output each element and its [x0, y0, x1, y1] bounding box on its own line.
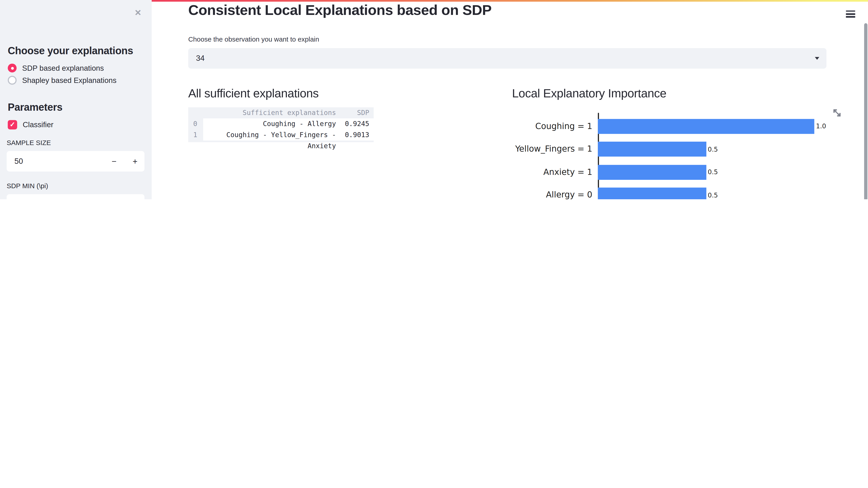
chevron-down-icon[interactable] [815, 57, 819, 60]
sdp-min-value[interactable]: 0,90 [14, 194, 30, 199]
sample-size-decrement-button[interactable]: − [107, 151, 121, 172]
sample-size-increment-button[interactable]: + [128, 151, 143, 172]
menu-icon[interactable] [846, 11, 855, 19]
index-header [188, 107, 203, 119]
sufficient-explanations-title: All sufficient explanations [188, 87, 319, 101]
table-row: 1Coughing - Yellow_Fingers - Anxiety0.90… [188, 129, 374, 140]
scrollbar[interactable] [864, 23, 867, 199]
chart-bar-row: 0.5 [598, 165, 718, 180]
chart-category-label: Yellow_Fingers = 1 [487, 142, 592, 157]
table-cell: Coughing - Allergy [203, 119, 340, 129]
observation-selectbox[interactable]: 34 [188, 48, 827, 69]
sample-size-input[interactable]: 50 − + [6, 151, 145, 172]
chart-bar [598, 165, 706, 180]
local-explanatory-importance-title: Local Explanatory Importance [512, 87, 666, 101]
observation-select-label: Choose the observation you want to expla… [188, 35, 319, 43]
table-cell: 0.9245 [340, 119, 374, 129]
chart-bar-row: 1.0 [598, 119, 826, 133]
sidebar-section-title-explanations: Choose your explanations [8, 45, 133, 57]
chart-bar-value-label: 1.0 [816, 122, 826, 130]
sufficient-explanations-table: Sufficient explanations SDP 0Coughing - … [188, 107, 374, 142]
sdp-min-label: SDP MIN (\pi) [6, 182, 48, 190]
sdp-min-input[interactable]: 0,90 − + [6, 194, 145, 199]
fullscreen-expand-icon[interactable] [833, 108, 841, 120]
chart-bar-row: 0.5 [598, 142, 718, 157]
app-root: ✕ Choose your explanations SDP based exp… [0, 0, 868, 199]
page-title: Consistent Local Explanations based on S… [188, 2, 492, 19]
sidebar-close-icon[interactable]: ✕ [134, 8, 142, 18]
table-cell: 0 [188, 119, 203, 129]
chart-bar-value-label: 0.5 [708, 168, 718, 176]
chart-category-label: Allergy = 0 [487, 188, 592, 199]
table-cell: Coughing - Yellow_Fingers - Anxiety [203, 129, 340, 140]
sdp-min-increment-button[interactable]: + [128, 194, 143, 199]
radio-unselected-icon[interactable] [8, 76, 17, 85]
table-cell: 0.9013 [340, 129, 374, 140]
table-header-row: Sufficient explanations SDP [188, 107, 374, 119]
chart-bar [598, 188, 706, 199]
chart-bar-value-label: 0.5 [708, 145, 718, 153]
checkbox-checked-icon[interactable]: ✓ [8, 120, 17, 129]
sample-size-value[interactable]: 50 [14, 151, 23, 172]
sidebar: ✕ Choose your explanations SDP based exp… [0, 0, 152, 199]
chart-bar-row: 0.5 [598, 188, 718, 199]
radio-label: SDP based explanations [22, 64, 104, 72]
sample-size-label: SAMPLE SIZE [6, 139, 51, 147]
chart-bar [598, 142, 706, 157]
sdp-column-header: SDP [340, 107, 374, 119]
radio-sdp-based[interactable]: SDP based explanations [8, 63, 104, 73]
sdp-min-decrement-button[interactable]: − [107, 194, 121, 199]
radio-selected-icon[interactable] [8, 64, 17, 72]
chart-category-label: Anxiety = 1 [487, 165, 592, 180]
radio-shapley-based[interactable]: Shapley based Explanations [8, 75, 116, 85]
explanations-column-header: Sufficient explanations [203, 107, 340, 119]
classifier-checkbox-row[interactable]: ✓ Classifier [8, 120, 53, 129]
chart-category-label: Coughing = 1 [487, 119, 592, 133]
radio-label: Shapley based Explanations [22, 76, 116, 85]
sidebar-section-title-parameters: Parameters [8, 101, 62, 113]
table-row: 0Coughing - Allergy0.9245 [188, 119, 374, 129]
chart-bar-value-label: 0.5 [708, 191, 718, 199]
observation-select-value: 34 [196, 48, 205, 69]
table-cell: 1 [188, 129, 203, 140]
chart-bar [598, 119, 814, 133]
checkbox-label: Classifier [23, 121, 53, 129]
